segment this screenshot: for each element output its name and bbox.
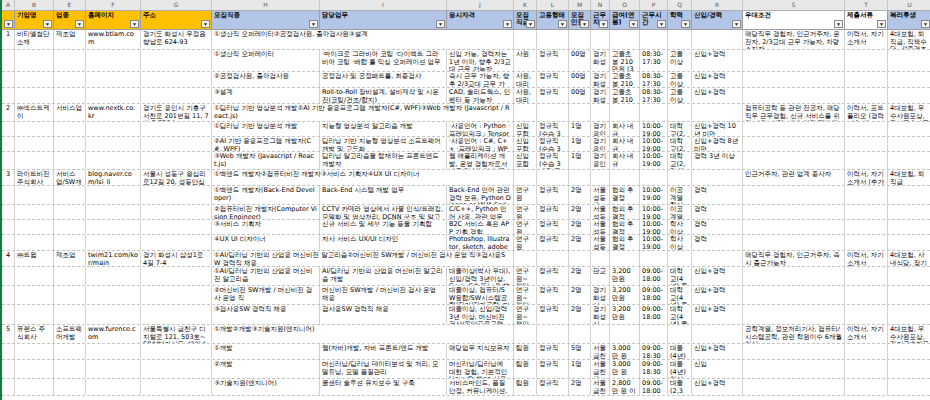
cell-R[interactable]: 경력 3년 이상 — [692, 152, 743, 169]
cell-T[interactable] — [845, 286, 888, 304]
cell-A[interactable] — [2, 305, 15, 324]
cell-J[interactable]: ·사용언어 : C#, C++ ·프레임워크 : WPF, DevExpress — [447, 137, 514, 151]
column-letter[interactable]: G — [141, 0, 212, 10]
cell-N[interactable] — [591, 251, 610, 266]
cell-M[interactable]: 2명 — [569, 220, 591, 234]
cell-M[interactable]: 2명 — [569, 235, 591, 250]
cell-B[interactable]: 퓨렌스 주식회사 — [15, 325, 54, 343]
filter-button[interactable]: ▼ — [580, 20, 589, 28]
cell-H[interactable]: ③Web 개발자 (Javascript / React.js) — [212, 152, 320, 169]
cell-U[interactable] — [888, 122, 930, 136]
cell-T[interactable]: 이력서, 자기소개서 (추가서류 등) — [845, 170, 888, 185]
cell-B[interactable]: ㈜넥스트케이 — [15, 104, 54, 121]
cell-F[interactable]: blog.naver.com/lsi_li — [86, 170, 141, 185]
cell-H[interactable]: ②AI 기반 응용프로그램 개발자(C#, WPF) — [212, 137, 320, 151]
cell-Q[interactable]: 학사 이상 — [668, 220, 692, 234]
cell-R[interactable]: 신입+경력 — [692, 267, 743, 285]
cell-F[interactable] — [86, 267, 141, 285]
cell-I[interactable]: 콜센터 솔루션 유지보수 및 구축 — [320, 379, 447, 395]
cell-J[interactable]: Photoshop, Illustrator, sketch, adobe XD… — [447, 235, 514, 250]
cell-N[interactable]: 경기 화성 — [591, 88, 610, 103]
cell-T[interactable] — [845, 186, 888, 204]
cell-H[interactable]: ①생산직 오퍼레이터②공정검사원, 출하검사원③설계 — [212, 30, 514, 49]
cell-N[interactable]: 경기 화성시 — [591, 286, 610, 304]
cell-R[interactable] — [692, 30, 743, 49]
cell-G[interactable] — [141, 186, 212, 204]
cell-A[interactable] — [2, 122, 15, 136]
cell-F[interactable] — [86, 305, 141, 324]
cell-N[interactable]: 서울 성동구 — [591, 186, 610, 204]
cell-A[interactable]: 2 — [2, 104, 15, 121]
cell-Q[interactable] — [668, 30, 692, 49]
column-letter[interactable]: R — [692, 0, 743, 10]
cell-P[interactable] — [640, 325, 668, 343]
cell-L[interactable]: 정규직 — [537, 344, 569, 359]
cell-R[interactable]: 신입+경력 10년 미만 — [692, 122, 743, 136]
column-letter[interactable]: F — [86, 0, 141, 10]
cell-K[interactable] — [514, 170, 537, 185]
cell-L[interactable]: 정규직 — [537, 305, 569, 324]
cell-J[interactable]: 대졸이상, 컴퓨터/SW융합/SW시스템공학/전기/전자공학, 머신비전 S/W… — [447, 286, 514, 304]
cell-M[interactable]: 1명 — [569, 360, 591, 378]
cell-O[interactable]: 회사 내규 — [610, 137, 640, 151]
cell-L[interactable] — [537, 251, 569, 266]
cell-L[interactable] — [537, 170, 569, 185]
cell-I[interactable]: CCTV 카메라 영상에서 사물 인식/트래킹, 모델화 및 영상처리, DCN… — [320, 205, 447, 219]
cell-A[interactable] — [2, 360, 15, 378]
cell-O[interactable]: 협의 후 결정 — [610, 235, 640, 250]
cell-F[interactable] — [86, 220, 141, 234]
cell-O[interactable]: 2,800만 원 이상 — [610, 379, 640, 395]
header-cell-H[interactable]: 모집직종▼ — [212, 11, 320, 29]
column-letter[interactable]: O — [610, 0, 640, 10]
header-cell-A[interactable]: ▼ — [2, 11, 15, 29]
cell-F[interactable] — [86, 122, 141, 136]
cell-I[interactable]: 공정검사 및 공정패트롤, 최종검사 — [320, 72, 447, 87]
cell-K[interactable]: 연구원 — [514, 235, 537, 250]
cell-Q[interactable]: 대졸(2,3년) 이상 — [668, 379, 692, 395]
cell-U[interactable] — [888, 344, 930, 359]
cell-O[interactable]: 협의 후 결정 — [610, 186, 640, 204]
filter-button[interactable]: ▼ — [629, 20, 638, 28]
cell-S[interactable] — [743, 305, 845, 324]
cell-S[interactable] — [743, 220, 845, 234]
cell-G[interactable] — [141, 205, 212, 219]
cell-J[interactable]: 대졸이상, 신입/경력 3년 이상, 머신비전 검사/육안프로그램 경력 — [447, 305, 514, 324]
cell-Q[interactable]: 학사 이상 — [668, 235, 692, 250]
cell-T[interactable] — [845, 50, 888, 71]
cell-G[interactable] — [141, 72, 212, 87]
cell-G[interactable]: 경기도 용인시 기흥구 서천로 201번길 11, 7층 7-726호 — [141, 104, 212, 121]
filter-button[interactable]: ▼ — [436, 20, 445, 28]
cell-H[interactable]: ③검사용SW 경력직 채용 — [212, 305, 320, 324]
cell-K[interactable]: 사원 — [514, 50, 537, 71]
cell-H[interactable]: ①AI/딥러닝 기반의 산업용 머신비전 알고리즘②머신비전 SW개발 / 머신… — [212, 251, 514, 266]
cell-L[interactable] — [537, 30, 569, 49]
cell-L[interactable]: 정규직 — [537, 220, 569, 234]
cell-K[interactable] — [514, 325, 537, 343]
cell-A[interactable] — [2, 235, 15, 250]
header-cell-O[interactable]: 급여(연봉)▼ — [610, 11, 640, 29]
cell-M[interactable]: 5명 — [569, 344, 591, 359]
cell-F[interactable] — [86, 72, 141, 87]
cell-O[interactable]: 3,000만 원 — [610, 360, 640, 378]
cell-G[interactable] — [141, 137, 212, 151]
cell-L[interactable]: 정규직 — [537, 72, 569, 87]
cell-P[interactable] — [640, 251, 668, 266]
cell-K[interactable]: 신입포함 — [514, 122, 537, 136]
cell-R[interactable]: 경력 — [692, 205, 743, 219]
cell-J[interactable]: ·사용언어 : Python ·프레임워크 : Tensorflow, PyTo… — [447, 122, 514, 136]
cell-O[interactable]: 고졸초봉 210만원 (3교대) — [610, 72, 640, 87]
cell-U[interactable] — [888, 186, 930, 204]
cell-M[interactable] — [569, 170, 591, 185]
cell-U[interactable] — [888, 379, 930, 395]
cell-E[interactable]: 제조업 — [54, 30, 86, 49]
cell-K[interactable] — [514, 251, 537, 266]
cell-J[interactable]: Back-End 언어 관련 경력 보유, Python Django or J… — [447, 186, 514, 204]
cell-A[interactable]: 1 — [2, 30, 15, 49]
cell-E[interactable]: 소프트웨어개발 — [54, 325, 86, 343]
cell-S[interactable] — [743, 50, 845, 71]
cell-E[interactable] — [54, 186, 86, 204]
cell-T[interactable] — [845, 379, 888, 395]
cell-N[interactable] — [591, 325, 610, 343]
cell-I[interactable]: 지능형 영상분석 알고리즘 개발 — [320, 122, 447, 136]
cell-G[interactable] — [141, 88, 212, 103]
